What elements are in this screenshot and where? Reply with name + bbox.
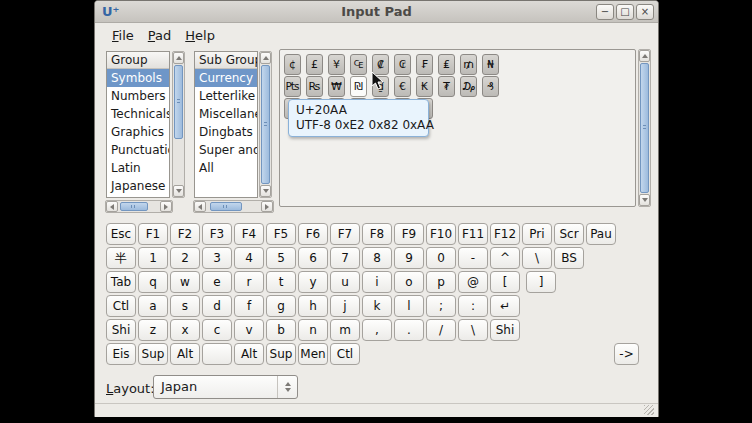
- key-space[interactable]: [202, 343, 232, 365]
- key-u5d[interactable]: ]: [526, 271, 556, 293]
- key-shi[interactable]: Shi: [490, 319, 520, 341]
- scroll-down-icon[interactable]: [639, 194, 650, 206]
- key-w[interactable]: w: [170, 271, 200, 293]
- list-item-dingbats[interactable]: Dingbats: [195, 123, 257, 141]
- scroll-right-icon[interactable]: [261, 201, 273, 212]
- key-ctl[interactable]: Ctl: [106, 295, 136, 317]
- char-button-u20a2[interactable]: ₢: [394, 54, 411, 75]
- key-pri[interactable]: Pri: [522, 223, 552, 245]
- scroll-up-icon[interactable]: [173, 52, 184, 64]
- key-f10[interactable]: F10: [426, 223, 456, 245]
- key-6[interactable]: 6: [298, 247, 328, 269]
- key-u5b[interactable]: [: [490, 271, 520, 293]
- group-hscrollbar[interactable]: [105, 200, 173, 213]
- key-5[interactable]: 5: [266, 247, 296, 269]
- list-item-miscellaneo[interactable]: Miscellaneo: [195, 105, 257, 123]
- minimize-button[interactable]: −: [596, 4, 614, 20]
- group-header[interactable]: Group: [107, 52, 169, 69]
- char-button-ua5[interactable]: ¥: [328, 54, 345, 75]
- key-i[interactable]: i: [362, 271, 392, 293]
- key-f[interactable]: f: [234, 295, 264, 317]
- group-vscroll-thumb[interactable]: [174, 65, 183, 139]
- key-f7[interactable]: F7: [330, 223, 360, 245]
- list-item-symbols[interactable]: Symbols: [107, 69, 169, 87]
- scroll-left-icon[interactable]: [194, 201, 206, 212]
- scroll-up-icon[interactable]: [260, 52, 271, 64]
- subgroup-hscrollbar[interactable]: [193, 200, 274, 213]
- key-t[interactable]: t: [266, 271, 296, 293]
- key-f3[interactable]: F3: [202, 223, 232, 245]
- char-button-ua3[interactable]: £: [306, 54, 323, 75]
- key-u2d[interactable]: -: [458, 247, 488, 269]
- group-vscrollbar[interactable]: [172, 51, 185, 198]
- key-alt[interactable]: Alt: [170, 343, 200, 365]
- key-shi[interactable]: Shi: [106, 319, 136, 341]
- char-button-u20a5[interactable]: ₥: [460, 54, 477, 75]
- key-f12[interactable]: F12: [490, 223, 520, 245]
- key-z[interactable]: z: [138, 319, 168, 341]
- key-u2e[interactable]: .: [394, 319, 424, 341]
- key-u5c[interactable]: \: [458, 319, 488, 341]
- key-j[interactable]: j: [330, 295, 360, 317]
- scroll-left-icon[interactable]: [106, 201, 118, 212]
- char-button-ua2[interactable]: ¢: [284, 54, 301, 75]
- list-item-graphics[interactable]: Graphics: [107, 123, 169, 141]
- key-k[interactable]: k: [362, 295, 392, 317]
- key-eis[interactable]: Eis: [106, 343, 136, 365]
- key-1[interactable]: 1: [138, 247, 168, 269]
- resize-grip[interactable]: [644, 405, 654, 415]
- key-f8[interactable]: F8: [362, 223, 392, 245]
- char-button-u20a8[interactable]: ₨: [306, 76, 323, 97]
- maximize-button[interactable]: □: [616, 4, 634, 20]
- list-item-technicals[interactable]: Technicals: [107, 105, 169, 123]
- key-9[interactable]: 9: [394, 247, 424, 269]
- char-button-u20a0[interactable]: ₠: [350, 54, 367, 75]
- key-u2f[interactable]: /: [426, 319, 456, 341]
- list-item-japanese[interactable]: Japanese: [107, 177, 169, 195]
- scroll-down-icon[interactable]: [260, 185, 271, 197]
- scroll-right-icon[interactable]: [160, 201, 172, 212]
- char-button-u20a6[interactable]: ₦: [482, 54, 499, 75]
- key-u[interactable]: u: [330, 271, 360, 293]
- group-hscroll-thumb[interactable]: [120, 202, 148, 211]
- subgroup-vscroll-thumb[interactable]: [261, 65, 270, 184]
- key-3[interactable]: 3: [202, 247, 232, 269]
- list-item-currency[interactable]: Currency: [195, 69, 257, 87]
- charpad-vscroll-thumb[interactable]: [640, 63, 649, 193]
- list-item-latin[interactable]: Latin: [107, 159, 169, 177]
- scroll-down-icon[interactable]: [173, 185, 184, 197]
- key-7[interactable]: 7: [330, 247, 360, 269]
- titlebar[interactable]: U⁺ Input Pad − □ ×: [95, 1, 658, 23]
- key-e[interactable]: e: [202, 271, 232, 293]
- key-u3b[interactable]: ;: [426, 295, 456, 317]
- key-u534a[interactable]: 半: [106, 247, 136, 269]
- key-f2[interactable]: F2: [170, 223, 200, 245]
- key-s[interactable]: s: [170, 295, 200, 317]
- key-b[interactable]: b: [266, 319, 296, 341]
- key-u21b5[interactable]: ↵: [490, 295, 520, 317]
- char-button-u20aa[interactable]: ₪: [350, 76, 367, 97]
- key-m[interactable]: m: [330, 319, 360, 341]
- char-button-u20b0[interactable]: ₰: [482, 76, 499, 97]
- key-f6[interactable]: F6: [298, 223, 328, 245]
- key-q[interactable]: q: [138, 271, 168, 293]
- key-n[interactable]: n: [298, 319, 328, 341]
- key-u40[interactable]: @: [458, 271, 488, 293]
- key-tab[interactable]: Tab: [106, 271, 136, 293]
- key-bs[interactable]: BS: [554, 247, 584, 269]
- key-scr[interactable]: Scr: [554, 223, 584, 245]
- key-sup[interactable]: Sup: [266, 343, 296, 365]
- subgroup-header[interactable]: Sub Group: [195, 52, 257, 69]
- char-button-u20ad[interactable]: ₭: [416, 76, 433, 97]
- key-d[interactable]: d: [202, 295, 232, 317]
- key-c[interactable]: c: [202, 319, 232, 341]
- char-button-u20a9[interactable]: ₩: [328, 76, 345, 97]
- key-h[interactable]: h: [298, 295, 328, 317]
- menu-file[interactable]: File: [106, 26, 140, 45]
- key-a[interactable]: a: [138, 295, 168, 317]
- layout-combobox[interactable]: Japan: [153, 375, 298, 399]
- key-ctl[interactable]: Ctl: [330, 343, 360, 365]
- key-v[interactable]: v: [234, 319, 264, 341]
- key-u3a[interactable]: :: [458, 295, 488, 317]
- list-item-numbers[interactable]: Numbers: [107, 87, 169, 105]
